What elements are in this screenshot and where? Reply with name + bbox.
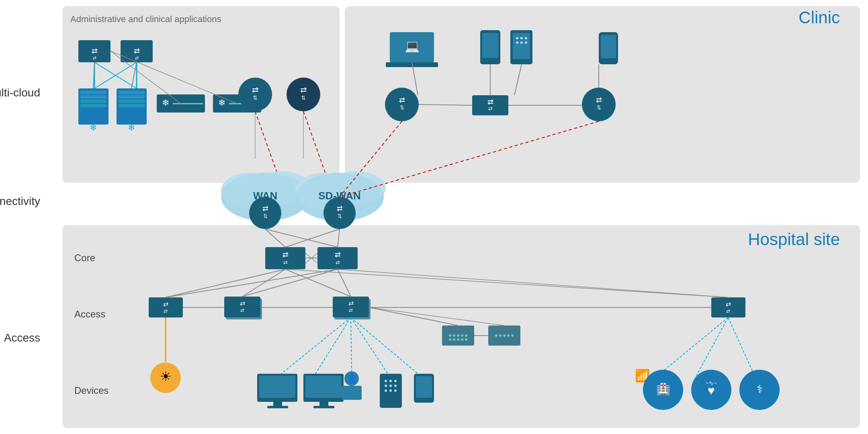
svg-point-81 (520, 41, 523, 44)
svg-text:⇄: ⇄ (488, 106, 493, 112)
svg-rect-118 (226, 299, 262, 319)
svg-rect-105 (317, 247, 358, 269)
svg-text:⇄: ⇄ (163, 301, 168, 307)
svg-text:Hospital site: Hospital site (748, 230, 840, 249)
svg-line-167 (369, 307, 504, 326)
svg-rect-2 (345, 6, 860, 183)
svg-text:Multi-cloud: Multi-cloud (0, 86, 40, 99)
svg-rect-31 (119, 100, 145, 103)
svg-line-109 (265, 229, 338, 247)
svg-point-47 (287, 78, 320, 111)
svg-text:📶: 📶 (635, 368, 650, 383)
svg-point-151 (453, 334, 455, 337)
svg-text:Core: Core (74, 252, 95, 263)
svg-rect-74 (482, 33, 498, 58)
svg-rect-88 (472, 95, 508, 115)
svg-text:Clinic: Clinic (798, 8, 840, 27)
svg-rect-126 (711, 297, 745, 317)
svg-rect-149 (442, 326, 474, 346)
svg-point-161 (495, 334, 497, 337)
svg-point-78 (520, 37, 523, 39)
svg-point-159 (465, 338, 467, 341)
svg-line-129 (166, 269, 285, 297)
svg-line-100 (340, 121, 402, 197)
svg-text:⇄: ⇄ (252, 85, 259, 94)
svg-point-62 (295, 173, 384, 221)
svg-rect-193 (416, 376, 432, 398)
svg-line-94 (412, 62, 418, 95)
svg-rect-15 (121, 40, 153, 62)
svg-point-65 (295, 173, 384, 221)
svg-rect-32 (119, 104, 145, 107)
svg-text:⚕: ⚕ (757, 383, 763, 395)
svg-point-56 (251, 171, 311, 205)
svg-text:♥: ♥ (708, 384, 715, 397)
svg-rect-75 (510, 30, 532, 64)
svg-point-63 (295, 173, 352, 209)
svg-text:❄: ❄ (218, 98, 225, 108)
svg-text:👤: 👤 (346, 373, 358, 384)
svg-text:⇄: ⇄ (283, 251, 289, 259)
svg-text:⇄: ⇄ (487, 98, 493, 106)
svg-point-169 (150, 362, 181, 393)
svg-point-64 (326, 171, 386, 205)
svg-rect-192 (414, 374, 434, 403)
svg-text:⇄: ⇄ (336, 260, 340, 266)
svg-point-185 (394, 380, 397, 382)
svg-point-85 (385, 88, 419, 121)
svg-line-135 (338, 269, 728, 297)
svg-line-133 (242, 269, 338, 297)
svg-point-59 (249, 197, 281, 229)
svg-rect-160 (488, 326, 520, 346)
svg-text:⇅: ⇅ (253, 94, 258, 101)
svg-rect-176 (305, 376, 342, 398)
svg-line-166 (369, 307, 458, 326)
svg-point-186 (385, 385, 387, 387)
svg-point-150 (449, 334, 451, 337)
svg-text:⇄: ⇄ (349, 307, 353, 313)
svg-text:~∿~: ~∿~ (706, 380, 717, 386)
svg-point-77 (516, 37, 518, 39)
svg-text:Connectivity: Connectivity (0, 195, 40, 207)
svg-rect-70 (390, 32, 434, 62)
svg-line-131 (285, 269, 351, 297)
svg-point-187 (389, 385, 392, 387)
svg-rect-23 (80, 91, 106, 94)
svg-line-114 (305, 253, 317, 263)
svg-text:⇅: ⇅ (301, 94, 306, 101)
svg-text:⇅: ⇅ (597, 104, 601, 111)
svg-line-113 (305, 253, 317, 263)
svg-line-52 (255, 111, 281, 185)
svg-text:⇄: ⇄ (240, 307, 244, 313)
svg-text:⇄: ⇄ (335, 251, 341, 259)
svg-rect-37 (213, 94, 261, 113)
svg-point-55 (221, 173, 277, 209)
svg-point-189 (385, 389, 387, 392)
svg-rect-123 (333, 297, 369, 317)
svg-point-155 (449, 338, 451, 341)
svg-text:⇄: ⇄ (164, 308, 168, 314)
svg-line-43 (111, 51, 237, 104)
svg-rect-84 (601, 35, 616, 58)
svg-line-142 (315, 317, 351, 374)
svg-text:💻: 💻 (405, 39, 420, 53)
svg-point-195 (643, 370, 683, 410)
svg-text:⇄: ⇄ (283, 260, 288, 266)
svg-text:❄: ❄ (90, 123, 97, 133)
svg-text:⇄: ⇄ (726, 301, 731, 307)
svg-rect-71 (386, 62, 438, 67)
svg-text:⇄: ⇄ (93, 55, 96, 60)
svg-point-44 (238, 78, 272, 111)
svg-rect-178 (313, 406, 334, 408)
svg-text:⇄: ⇄ (300, 85, 307, 94)
svg-point-188 (394, 385, 397, 387)
svg-point-91 (582, 88, 616, 121)
svg-text:☀: ☀ (160, 369, 172, 384)
svg-rect-28 (117, 88, 147, 125)
svg-rect-171 (257, 374, 297, 402)
svg-text:⇄: ⇄ (337, 205, 343, 213)
svg-line-134 (338, 269, 351, 297)
svg-text:⇄: ⇄ (135, 55, 139, 60)
svg-rect-102 (265, 247, 305, 269)
svg-line-96 (514, 64, 522, 95)
